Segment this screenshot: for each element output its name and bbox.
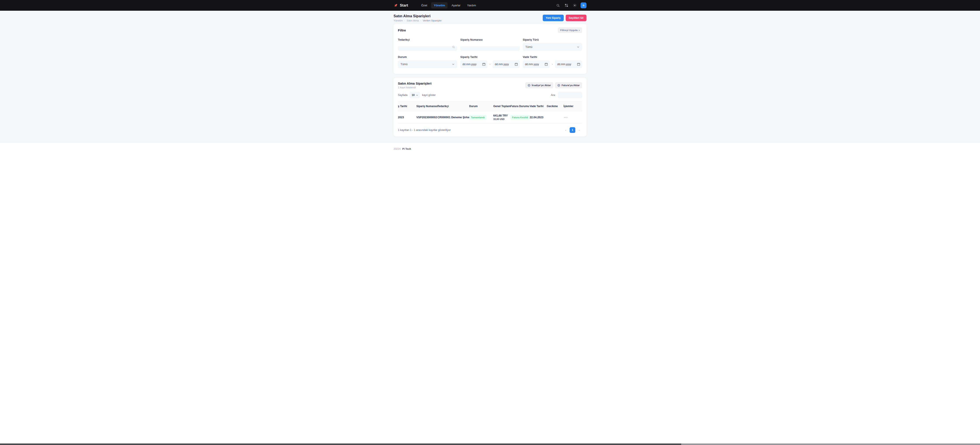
page-size-select[interactable]: 10 <box>409 92 420 98</box>
page-size-prefix: Sayfada <box>398 93 407 97</box>
new-order-button[interactable]: Yeni Sipariş <box>543 15 564 21</box>
due-date-from <box>523 60 550 68</box>
user-avatar[interactable]: h <box>581 2 587 8</box>
column-header-order-number: Sipariş Numarası <box>416 101 437 111</box>
status-select[interactable]: Tümü <box>398 60 457 68</box>
total-try: 641,68 TRY <box>493 114 509 117</box>
order-type-label: Sipariş Türü <box>523 38 582 41</box>
table-search-label: Ara: <box>551 93 555 97</box>
column-header-due-date: Vade Tarihi <box>530 101 547 111</box>
order-date-from <box>460 60 487 68</box>
table-header-row: ş Tarihi Sipariş Numarası Tedarikçi Duru… <box>398 101 582 111</box>
table-summary: 1 kayıttan 1 - 1 arasındaki kayıtlar gös… <box>398 128 450 131</box>
nav-item-ozet[interactable]: Özet <box>418 2 430 8</box>
supplier-input[interactable] <box>398 43 457 46</box>
breadcrumb-item-yonetim[interactable]: Yönetim <box>393 19 403 22</box>
due-date-to-input[interactable] <box>557 63 577 66</box>
breadcrumb-separator: - <box>420 19 421 22</box>
supplier-label: Tedarikçi <box>398 38 457 41</box>
table-search-input[interactable] <box>558 92 582 98</box>
cell-order-date: 2023 <box>398 111 416 124</box>
export-circle-icon <box>528 84 530 87</box>
calendar-icon <box>577 63 580 66</box>
nav-item-yardim[interactable]: Yardım <box>465 2 479 8</box>
column-header-actions: İşlemler <box>563 101 582 111</box>
pagination-prev-button[interactable]: ‹ <box>563 127 568 133</box>
cell-due-date: 22.04.2023 <box>530 111 547 124</box>
export-dispatch-button[interactable]: İrsaliye'ye Aktar <box>525 82 553 88</box>
column-header-delay: Gecikme <box>547 101 563 111</box>
apps-button[interactable] <box>563 2 570 9</box>
chevron-right-icon: › <box>579 29 580 32</box>
navbar-actions: h <box>555 2 587 9</box>
chevron-down-icon <box>452 63 455 66</box>
order-date-label: Sipariş Tarihi <box>460 55 520 59</box>
apply-filter-label: Filtreyi Uygula <box>560 29 578 32</box>
export-dispatch-label: İrsaliye'ye Aktar <box>532 84 551 87</box>
cell-status: Tamamlandı <box>469 111 493 124</box>
record-count: 1 kayıt listelendi <box>398 86 431 89</box>
apps-grid-icon <box>565 4 568 7</box>
chevron-down-icon <box>416 94 418 97</box>
breadcrumb: Yönetim - Satın Alma - Verilen Siparişle… <box>393 19 442 22</box>
due-date-to <box>555 60 582 68</box>
orders-card: Satın Alma Siparişleri 1 kayıt listelend… <box>393 78 587 136</box>
orders-title: Satın Alma Siparişleri <box>398 82 431 85</box>
company-link[interactable]: Pi Tech <box>402 147 411 150</box>
calendar-icon <box>545 63 548 66</box>
column-header-supplier: Tedarikçi <box>437 101 469 111</box>
page-size-value: 10 <box>412 93 415 97</box>
date-range-dash: - <box>489 63 491 66</box>
due-date-label: Vade Tarihi <box>523 55 582 59</box>
export-circle-icon <box>557 84 560 87</box>
cell-supplier: CR000001 Deneme Şirket... <box>437 111 469 124</box>
page-size-suffix: kayıt göster <box>422 93 436 97</box>
theme-toggle-button[interactable] <box>571 2 578 9</box>
delete-selected-button[interactable]: Seçilileri Sil <box>566 15 587 21</box>
nav-item-yonetim[interactable]: Yönetim <box>431 2 447 8</box>
row-actions-menu-button[interactable]: ··· <box>563 116 568 119</box>
order-number-input[interactable] <box>460 43 520 46</box>
order-type-value: Tümü <box>525 46 533 49</box>
column-header-invoice-status: Fatura Durumu <box>510 101 530 111</box>
calendar-icon <box>482 63 485 66</box>
status-label: Durum <box>398 55 457 59</box>
apply-filter-button[interactable]: Filtreyi Uygula › <box>558 27 582 33</box>
order-type-select[interactable]: Tümü <box>523 43 582 51</box>
app-logo[interactable]: Start <box>393 3 408 8</box>
header-actions: Yeni Sipariş Seçilileri Sil <box>543 15 587 21</box>
order-date-to-input[interactable] <box>495 63 514 66</box>
page-header: Satın Alma Siparişleri Yönetim - Satın A… <box>393 11 587 24</box>
invoice-status-badge: Fatura Kesildi <box>510 115 530 120</box>
export-invoice-label: Fatura'ya Aktar <box>562 84 580 87</box>
breadcrumb-separator: - <box>404 19 405 22</box>
copyright-text: 2022© <box>393 147 401 150</box>
order-date-from-input[interactable] <box>463 63 482 66</box>
breadcrumb-item-current: Verilen Siparişler <box>423 19 442 22</box>
cell-actions: ··· <box>563 111 582 124</box>
order-number-label: Sipariş Numarası <box>460 38 520 41</box>
filter-title: Filtre <box>398 29 406 32</box>
cell-order-number: VSP2023000002 <box>416 111 437 124</box>
export-invoice-button[interactable]: Fatura'ya Aktar <box>555 82 582 88</box>
supplier-search-icon <box>452 46 455 49</box>
pagination-page-1-button[interactable]: 1 <box>570 127 575 133</box>
pagination: ‹ 1 › <box>563 127 582 133</box>
main-content: Satın Alma Siparişleri Yönetim - Satın A… <box>0 11 980 143</box>
column-header-order-date: ş Tarihi <box>398 101 416 111</box>
nav-item-ayarlar[interactable]: Ayarlar <box>449 2 463 8</box>
brand-name: Start <box>400 3 408 8</box>
table-row: 2023 VSP2023000002 CR000001 Deneme Şirke… <box>398 111 582 124</box>
column-header-status: Durum <box>469 101 493 111</box>
rocket-logo-icon <box>393 3 398 8</box>
orders-table: ş Tarihi Sipariş Numarası Tedarikçi Duru… <box>398 101 582 124</box>
due-date-from-input[interactable] <box>525 63 545 66</box>
pagination-next-button[interactable]: › <box>576 127 582 133</box>
search-button[interactable] <box>555 2 561 9</box>
chevron-down-icon <box>577 46 579 48</box>
cell-delay <box>547 111 563 124</box>
cell-total: 641,68 TRY 33,00 USD <box>493 111 510 124</box>
breadcrumb-item-satin-alma[interactable]: Satın Alma <box>407 19 419 22</box>
cell-invoice-status: Fatura Kesildi <box>510 111 530 124</box>
filter-card: Filtre Filtreyi Uygula › Tedarikçi <box>393 24 587 74</box>
